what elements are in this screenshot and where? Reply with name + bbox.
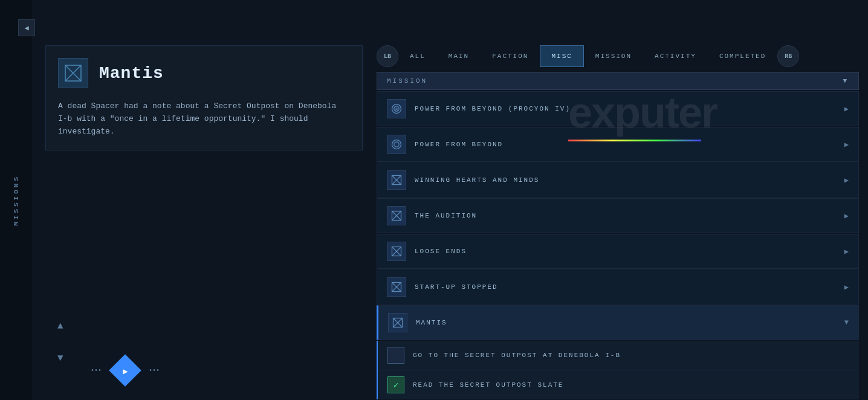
tab-completed[interactable]: COMPLETED (708, 45, 777, 67)
mission-label: START-UP STOPPED (415, 283, 836, 291)
subtask-item[interactable]: GO TO THE SECRET OUTPOST AT DENEBOLA I-B (378, 341, 859, 370)
mission-subtasks: GO TO THE SECRET OUTPOST AT DENEBOLA I-B… (377, 341, 859, 399)
mission-item[interactable]: START-UP STOPPED ▶ (377, 269, 859, 305)
task-checkbox-unchecked (387, 347, 404, 364)
nav-left-arrow[interactable]: ◀ (18, 19, 35, 36)
mission-arrow: ▶ (844, 105, 849, 114)
mission-label: POWER FROM BEYOND (415, 141, 836, 148)
svg-point-6 (392, 140, 401, 149)
mission-label: LOOSE ENDS (415, 248, 836, 255)
missions-sidebar: MISSIONS (0, 0, 33, 400)
sidebar-label: MISSIONS (13, 175, 20, 226)
mission-detail-icon (58, 58, 88, 88)
mission-item[interactable]: POWER FROM BEYOND (PROCYON IV) ▶ (377, 91, 859, 126)
mission-icon-mantis (387, 277, 406, 297)
mission-arrow: ▶ (844, 140, 849, 149)
mission-arrow: ▶ (844, 283, 849, 292)
subtask-label: READ THE SECRET OUTPOST SLATE (413, 381, 563, 389)
mission-item-mantis[interactable]: MANTIS ▼ (377, 305, 859, 340)
tab-main[interactable]: MAIN (437, 45, 481, 67)
tab-all[interactable]: ALL (398, 45, 437, 67)
mission-arrow: ▶ (844, 176, 849, 185)
mission-arrow: ▶ (844, 247, 849, 256)
mission-description: A dead Spacer had a note about a Secret … (58, 100, 350, 138)
tab-faction[interactable]: FACTION (481, 45, 540, 67)
mission-label: WINNING HEARTS AND MINDS (415, 176, 836, 184)
mission-item[interactable]: POWER FROM BEYOND ▶ (377, 127, 859, 162)
mission-arrow: ▶ (844, 211, 849, 221)
nav-forward[interactable]: ••• (149, 367, 160, 374)
mission-label: MANTIS (416, 319, 836, 326)
tab-mission[interactable]: MISSION (584, 45, 643, 67)
task-checkbox-checked: ✓ (387, 376, 404, 393)
mission-icon-faction (387, 135, 406, 154)
mission-title: Mantis (99, 64, 164, 83)
nav-up-arrow[interactable]: ▲ (57, 321, 63, 332)
mission-item[interactable]: LOOSE ENDS ▶ (377, 234, 859, 269)
category-header: MISSION ▼ (377, 72, 859, 90)
nav-back[interactable]: ••• (91, 367, 102, 374)
mission-icon-mantis (387, 242, 406, 261)
mission-list: POWER FROM BEYOND (PROCYON IV) ▶ POWER F… (377, 91, 859, 400)
tab-activity[interactable]: ACTIVITY (643, 45, 708, 67)
mission-item[interactable]: THE AUDITION ▶ (377, 198, 859, 233)
mission-header: Mantis (58, 58, 350, 88)
category-arrow: ▼ (843, 77, 849, 85)
subtask-item[interactable]: ✓ READ THE SECRET OUTPOST SLATE (378, 370, 859, 399)
checkmark-icon: ✓ (394, 380, 398, 390)
mission-icon-mantis (387, 170, 406, 190)
nav-down-arrow[interactable]: ▼ (57, 353, 63, 364)
mission-detail-panel: Mantis A dead Spacer had a note about a … (45, 45, 363, 150)
mission-expand-arrow: ▼ (844, 318, 849, 327)
category-label: MISSION (387, 77, 427, 85)
mission-label: THE AUDITION (415, 212, 836, 219)
svg-point-7 (394, 142, 399, 147)
mission-item[interactable]: WINNING HEARTS AND MINDS ▶ (377, 163, 859, 198)
mission-label: POWER FROM BEYOND (PROCYON IV) (415, 105, 836, 112)
tab-misc[interactable]: MISC (540, 45, 583, 67)
rb-button[interactable]: RB (777, 45, 799, 67)
lb-button[interactable]: LB (377, 45, 398, 67)
tab-bar: LB ALL MAIN FACTION MISC MISSION ACTIVIT… (377, 45, 859, 67)
mission-icon-mantis (388, 313, 407, 332)
mission-icon-faction (387, 99, 406, 118)
mission-list-panel: LB ALL MAIN FACTION MISC MISSION ACTIVIT… (377, 45, 859, 391)
play-button[interactable]: ▶ (109, 354, 141, 387)
subtask-label: GO TO THE SECRET OUTPOST AT DENEBOLA I-B (413, 352, 621, 359)
mission-icon-mantis (387, 206, 406, 225)
